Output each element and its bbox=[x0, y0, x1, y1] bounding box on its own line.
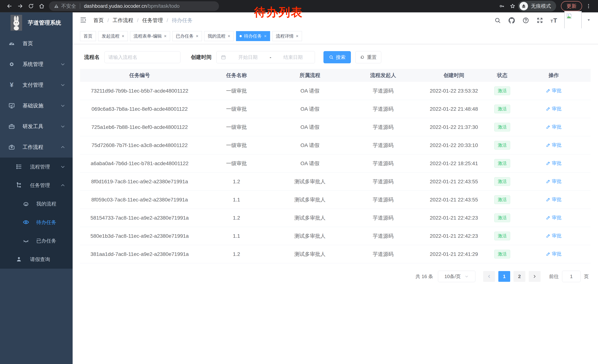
tab-my-process[interactable]: 我的流程× bbox=[204, 31, 234, 41]
avatar-caret-icon[interactable] bbox=[587, 18, 591, 23]
close-icon[interactable]: × bbox=[228, 34, 230, 38]
breadcrumb-workflow[interactable]: 工作流程 bbox=[113, 17, 133, 24]
sidebar-item-task-management[interactable]: 任务管理 bbox=[0, 176, 73, 194]
starter-cell: 芋道源码 bbox=[346, 118, 420, 136]
page-button-2[interactable]: 2 bbox=[514, 271, 525, 282]
sidebar-item-done-tasks[interactable]: 已办任务 bbox=[0, 232, 73, 250]
status-badge: 激活 bbox=[494, 141, 510, 150]
sidebar-item-todo-tasks[interactable]: 待办任务 bbox=[0, 213, 73, 232]
bookmark-star-icon[interactable] bbox=[507, 1, 518, 11]
sidebar-item-process-management[interactable]: 流程管理 bbox=[0, 158, 73, 176]
browser-home-button[interactable] bbox=[36, 1, 47, 11]
sidebar-item-dev-tools[interactable]: 研发工具 bbox=[0, 116, 73, 137]
browser-reload-button[interactable] bbox=[25, 1, 36, 11]
browser-menu-icon[interactable] bbox=[583, 1, 594, 11]
status-badge: 激活 bbox=[494, 250, 510, 259]
date-range-picker[interactable]: 开始日期 - 结束日期 bbox=[216, 51, 315, 63]
browser-back-button[interactable] bbox=[4, 1, 15, 11]
approve-link[interactable]: 审批 bbox=[546, 178, 562, 185]
font-size-icon[interactable]: TT bbox=[550, 17, 558, 24]
task-id-cell: 8f0d1619-7ac8-11ec-a9e2-a2380e71991a bbox=[80, 173, 199, 191]
approve-link[interactable]: 审批 bbox=[546, 105, 562, 112]
edit-pen-icon bbox=[546, 197, 550, 202]
task-id-cell: 8f059c03-7ac8-11ec-a9e2-a2380e71991a bbox=[80, 191, 199, 209]
approve-link[interactable]: 审批 bbox=[546, 251, 562, 257]
task-id-cell: 58154733-7ac8-11ec-a9e2-a2380e71991a bbox=[80, 209, 199, 227]
close-icon[interactable]: × bbox=[264, 34, 266, 38]
fullscreen-icon[interactable] bbox=[536, 17, 544, 24]
status-badge: 激活 bbox=[494, 105, 510, 113]
close-icon[interactable]: × bbox=[296, 34, 299, 38]
tab-todo-tasks[interactable]: 待办任务× bbox=[236, 31, 270, 41]
next-page-button[interactable] bbox=[529, 271, 540, 282]
tab-process-detail[interactable]: 流程详情× bbox=[272, 31, 302, 41]
app-logo[interactable]: 芋道管理系统 bbox=[0, 12, 73, 33]
status-badge: 激活 bbox=[494, 123, 510, 131]
chevron-up-icon bbox=[60, 183, 66, 188]
svg-text:T: T bbox=[551, 19, 553, 24]
edit-pen-icon bbox=[546, 125, 550, 129]
sidebar-item-infrastructure[interactable]: 基础设施 bbox=[0, 95, 73, 116]
edit-pen-icon bbox=[546, 143, 550, 147]
password-key-icon[interactable] bbox=[497, 1, 507, 11]
task-id-cell: 580e1b3d-7ac8-11ec-a9e2-a2380e71991a bbox=[80, 227, 199, 245]
close-icon[interactable]: × bbox=[196, 34, 199, 38]
process-name-input[interactable] bbox=[105, 51, 180, 63]
tab-done-tasks[interactable]: 已办任务× bbox=[172, 31, 202, 41]
help-icon[interactable] bbox=[522, 17, 530, 24]
tab-process-form-edit[interactable]: 流程表单-编辑× bbox=[130, 31, 170, 41]
goto-page-input[interactable] bbox=[562, 271, 581, 282]
github-icon[interactable] bbox=[508, 17, 515, 24]
browser-forward-button[interactable] bbox=[15, 1, 25, 11]
actions-cell: 审批 bbox=[517, 227, 590, 245]
task-id-cell: 725a1eb6-7b88-11ec-8ef0-acde48001122 bbox=[80, 118, 199, 136]
starter-cell: 芋道源码 bbox=[346, 154, 420, 173]
sidebar-collapse-icon[interactable] bbox=[80, 16, 87, 24]
status-cell: 激活 bbox=[488, 227, 517, 245]
edit-pen-icon bbox=[546, 252, 550, 256]
actions-cell: 审批 bbox=[517, 173, 590, 191]
approve-link[interactable]: 审批 bbox=[546, 233, 562, 239]
search-button[interactable]: 搜索 bbox=[324, 51, 351, 63]
process-cell: OA 请假 bbox=[274, 82, 346, 100]
approve-link[interactable]: 审批 bbox=[546, 214, 562, 221]
page-button-1[interactable]: 1 bbox=[498, 271, 510, 282]
page-size-select[interactable]: 10条/页 bbox=[438, 271, 475, 282]
user-icon bbox=[16, 256, 23, 263]
avatar[interactable] bbox=[564, 11, 582, 30]
col-created: 创建时间 bbox=[420, 69, 488, 82]
approve-link[interactable]: 审批 bbox=[546, 196, 562, 203]
address-bar[interactable]: 不安全 dashboard.yudao.iocoder.cn/bpm/task/… bbox=[49, 1, 219, 11]
edit-pen-icon bbox=[546, 107, 550, 111]
browser-update-button[interactable]: 更新 bbox=[561, 1, 582, 11]
range-separator: - bbox=[270, 54, 271, 60]
status-badge: 激活 bbox=[494, 213, 510, 222]
task-name-cell: 1.2 bbox=[199, 173, 274, 191]
approve-link[interactable]: 审批 bbox=[546, 87, 562, 94]
close-icon[interactable]: × bbox=[164, 34, 166, 38]
reset-button[interactable]: 重置 bbox=[355, 51, 381, 63]
approve-link[interactable]: 审批 bbox=[546, 160, 562, 166]
sidebar-item-leave-query[interactable]: 请假查询 bbox=[0, 250, 73, 269]
search-icon[interactable] bbox=[494, 17, 501, 24]
breadcrumb-task-management[interactable]: 任务管理 bbox=[142, 17, 163, 24]
sidebar-item-workflow[interactable]: 工作流程 bbox=[0, 137, 73, 158]
status-badge: 激活 bbox=[494, 232, 510, 240]
logo-image bbox=[10, 15, 22, 31]
sidebar-item-home[interactable]: 首页 bbox=[0, 33, 73, 54]
sidebar-item-my-process[interactable]: 我的流程 bbox=[0, 194, 73, 213]
tab-home[interactable]: 首页 bbox=[80, 31, 96, 41]
approve-link[interactable]: 审批 bbox=[546, 142, 562, 148]
breadcrumb-home[interactable]: 首页 bbox=[93, 17, 104, 24]
sidebar-item-payment[interactable]: ¥ 支付管理 bbox=[0, 75, 73, 95]
approve-link[interactable]: 审批 bbox=[546, 124, 562, 130]
prev-page-button[interactable] bbox=[483, 271, 495, 282]
created-cell: 2022-01-22 18:25:41 bbox=[420, 154, 488, 173]
site-security-chip[interactable]: 不安全 bbox=[54, 3, 76, 9]
close-icon[interactable]: × bbox=[122, 34, 124, 38]
security-label: 不安全 bbox=[61, 3, 76, 9]
active-tab-dot bbox=[240, 35, 242, 37]
tab-start-process[interactable]: 发起流程× bbox=[98, 31, 128, 41]
sidebar-item-system[interactable]: 系统管理 bbox=[0, 54, 73, 75]
table-header-row: 任务编号 任务名称 所属流程 流程发起人 创建时间 状态 操作 bbox=[80, 69, 590, 82]
